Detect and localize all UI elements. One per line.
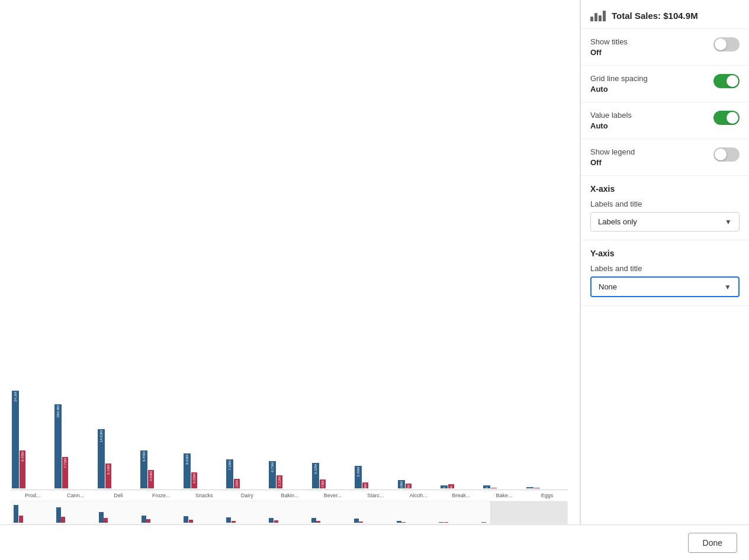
bar-value-label: 9.45M xyxy=(21,452,24,462)
grid-line-spacing-label: Grid line spacing xyxy=(590,74,648,83)
red-bar: 7.72M xyxy=(62,457,68,488)
bci-bar1 xyxy=(590,17,593,21)
red-bar: 3.22M xyxy=(277,475,282,488)
mini-blue-bar xyxy=(14,505,18,523)
category-label: Break... xyxy=(441,493,482,498)
show-titles-toggle-knob xyxy=(715,38,727,50)
x-axis-dropdown-value: Labels only xyxy=(598,217,637,226)
bar-value-label: 842.3K xyxy=(485,487,488,498)
right-panel: Total Sales: $104.9M Show titles Off Gri… xyxy=(580,0,749,524)
mini-red-bar xyxy=(189,520,193,523)
bar-value-label: 51.77M xyxy=(407,485,410,497)
mini-bar-group xyxy=(226,517,268,523)
mini-bar-group xyxy=(184,516,226,523)
category-label: Froze... xyxy=(140,493,182,498)
show-titles-toggle[interactable] xyxy=(713,37,740,52)
mini-blue-bar xyxy=(354,519,359,523)
mini-red-bar xyxy=(232,521,236,523)
bar-group: 7.18M2.35M xyxy=(226,459,268,488)
red-bar: 4.64M xyxy=(148,470,154,488)
panel-header: Total Sales: $104.9M xyxy=(581,0,749,29)
red-bar: 9.45M xyxy=(20,450,25,488)
mini-bar-group xyxy=(56,507,98,523)
bar-value-label: 3.22M xyxy=(278,477,281,487)
mini-red-bar xyxy=(19,516,23,523)
mini-chart xyxy=(12,501,568,524)
red-bar xyxy=(534,488,540,488)
blue-bar: 14.63M xyxy=(98,429,105,488)
bar-value-label: 2.73M xyxy=(321,481,324,491)
bar-value-label: 7.72M xyxy=(63,458,67,468)
bar-value-label: 6.16M xyxy=(107,465,110,475)
category-label: Bever... xyxy=(312,493,353,498)
bci-bar2 xyxy=(594,13,597,21)
grid-line-spacing-text: Grid line spacing Auto xyxy=(590,74,648,94)
mini-red-bar xyxy=(401,522,406,523)
mini-red-bar xyxy=(104,518,108,523)
x-axis-dropdown[interactable]: Labels only ▼ xyxy=(590,212,740,231)
bar-group: 24.1M9.45M xyxy=(12,391,53,488)
category-label: Eggs xyxy=(526,493,568,498)
show-titles-text: Show titles Off xyxy=(590,37,628,57)
x-axis-labels-title-label: Labels and title xyxy=(590,199,740,208)
blue-bar: 245.22K xyxy=(526,487,533,488)
x-axis-dropdown-arrow: ▼ xyxy=(725,218,732,226)
x-axis-title: X-axis xyxy=(590,184,740,194)
mini-bar-group xyxy=(354,519,396,523)
bar-group: 8.63M4.05M xyxy=(184,453,225,488)
y-axis-dropdown[interactable]: None ▼ xyxy=(590,276,740,297)
bar-group: 14.63M6.16M xyxy=(98,429,139,488)
show-legend-value: Off xyxy=(590,158,635,167)
value-labels-section: Value labels Auto xyxy=(581,102,749,139)
show-legend-text: Show legend Off xyxy=(590,147,635,167)
grid-line-spacing-section: Grid line spacing Auto xyxy=(581,66,749,102)
mini-bar-group xyxy=(439,522,481,523)
show-legend-toggle[interactable] xyxy=(713,147,740,162)
mini-red-bar xyxy=(146,519,150,523)
value-labels-toggle[interactable] xyxy=(713,111,740,125)
blue-bar: 8.63M xyxy=(184,453,191,488)
bar-value-label: 6.73M xyxy=(271,462,274,472)
done-button[interactable]: Done xyxy=(688,533,737,553)
red-bar: 230.11K xyxy=(491,488,497,488)
bar-value-label: 4.64M xyxy=(149,471,153,481)
bar-value-label: 8.63M xyxy=(185,455,189,465)
red-bar: 6.16M xyxy=(105,464,111,488)
grid-line-spacing-toggle[interactable] xyxy=(713,74,740,88)
bar-group: 6.32M2.73M xyxy=(312,463,353,488)
value-labels-toggle-knob xyxy=(727,112,738,124)
value-labels-label: Value labels xyxy=(590,111,632,120)
x-axis-section: X-axis Labels and title Labels only ▼ xyxy=(581,176,749,240)
bar-value-label: 24.1M xyxy=(14,392,17,402)
mini-blue-bar xyxy=(481,522,486,523)
blue-bar: 678.25K xyxy=(441,485,448,488)
show-titles-label: Show titles xyxy=(590,37,628,46)
grid-line-spacing-toggle-knob xyxy=(727,75,738,87)
bar-value-label: 3.46M xyxy=(356,467,360,477)
bar-value-label: 230.11K xyxy=(492,489,496,502)
mini-blue-bar xyxy=(311,518,316,523)
bar-chart-icon xyxy=(590,9,606,21)
bar-value-label: 9.45M xyxy=(142,452,146,462)
red-bar: 1.66M xyxy=(362,482,368,488)
blue-bar: 24.1M xyxy=(12,391,19,488)
bar-value-label: 7.18M xyxy=(228,461,232,471)
grid-line-spacing-value: Auto xyxy=(590,85,648,94)
mini-bar-group xyxy=(397,521,439,523)
bar-value-label: 2.29M xyxy=(400,481,403,491)
bar-value-label: 245.22K xyxy=(528,488,532,501)
bci-bar3 xyxy=(599,15,602,21)
mini-bar-group xyxy=(269,518,311,523)
mini-bar-group xyxy=(311,518,353,523)
y-axis-dropdown-arrow: ▼ xyxy=(724,283,731,291)
bar-value-label: 32.9.95K xyxy=(449,485,453,500)
bar-value-label: 2B6.9M xyxy=(56,405,60,418)
mini-red-bar xyxy=(316,521,320,523)
red-bar: 4.05M xyxy=(191,472,197,488)
red-bar: 2.73M xyxy=(320,479,326,488)
chart-area: 24.1M9.45M2B6.9M7.72M14.63M6.16M9.45M4.6… xyxy=(0,0,580,524)
show-legend-label: Show legend xyxy=(590,147,635,156)
mini-bar-group xyxy=(14,505,56,523)
mini-bar-group xyxy=(99,512,141,523)
mini-blue-bar xyxy=(56,507,61,523)
